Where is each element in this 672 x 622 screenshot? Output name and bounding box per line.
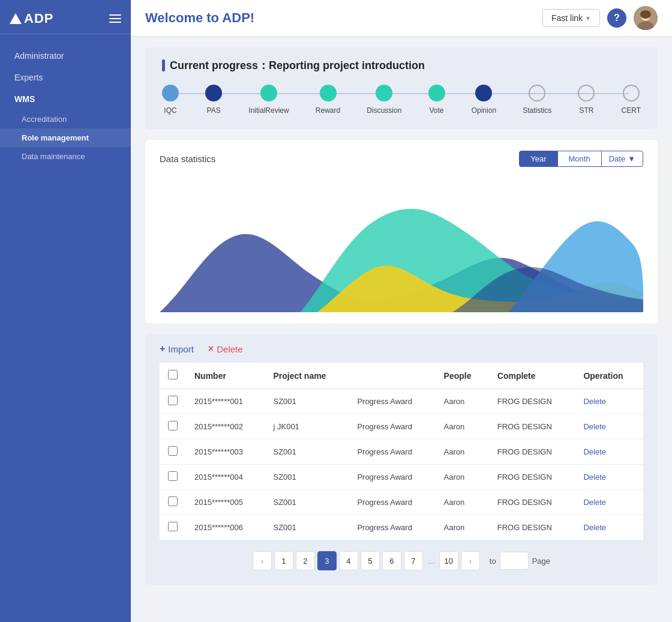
step-vote: Vote [428, 85, 445, 115]
cell-proj-code-2: SZ001 [265, 439, 349, 465]
cell-people-4: Aaron [436, 490, 489, 515]
step-discussion: Discussion [367, 85, 401, 115]
logo: ADP [10, 11, 53, 26]
filter-year-button[interactable]: Year [519, 151, 557, 167]
next-page-button[interactable]: › [461, 551, 480, 570]
cell-proj-name-5: Progress Award [349, 515, 435, 540]
svg-point-3 [640, 10, 651, 19]
cell-complete-2: FROG DESIGN [489, 439, 575, 465]
page-btn-1[interactable]: 1 [274, 551, 293, 570]
step-label-pas: PAS [207, 106, 221, 115]
page-btn-4[interactable]: 4 [339, 551, 358, 570]
table-row: 2015******001 SZ001 Progress Award Aaron… [160, 389, 643, 414]
import-button[interactable]: + Import [160, 343, 194, 354]
cell-people-1: Aaron [436, 414, 489, 439]
cell-number-1: 2015******002 [186, 414, 265, 439]
row-checkbox-1[interactable] [168, 421, 178, 430]
cell-people-3: Aaron [436, 465, 489, 490]
filter-date-dropdown[interactable]: Date ▼ [601, 151, 643, 167]
step-label-opinion: Opinion [472, 106, 496, 115]
cell-people-5: Aaron [436, 515, 489, 540]
page-btn-3[interactable]: 3 [317, 551, 337, 570]
row-delete-button-4[interactable]: Delete [575, 490, 643, 515]
step-label-initial-review: InitialReview [248, 106, 289, 115]
filter-month-button[interactable]: Month [558, 151, 601, 167]
step-statistics: Statistics [523, 85, 551, 115]
step-label-reward: Reward [316, 106, 340, 115]
step-label-statistics: Statistics [523, 106, 551, 115]
table-row: 2015******004 SZ001 Progress Award Aaron… [160, 465, 643, 490]
page-btn-7[interactable]: 7 [404, 551, 423, 570]
sidebar-item-administrator[interactable]: Administrator [0, 45, 131, 67]
row-delete-button-5[interactable]: Delete [575, 515, 643, 540]
page-btn-5[interactable]: 5 [361, 551, 380, 570]
step-label-vote: Vote [430, 106, 444, 115]
cell-proj-name-4: Progress Award [349, 490, 435, 515]
fast-link-button[interactable]: Fast link ▼ [542, 9, 600, 27]
sidebar-item-role-management[interactable]: Role management [0, 128, 131, 147]
chart-area [160, 174, 643, 312]
row-checkbox-2[interactable] [168, 446, 178, 456]
sidebar-item-wms[interactable]: WMS [0, 88, 131, 110]
cell-proj-name-0: Progress Award [349, 389, 435, 414]
step-dot-pas [205, 85, 222, 101]
logo-icon [10, 13, 22, 24]
step-iqc: IQC [162, 85, 179, 115]
topbar: Welcome to ADP! Fast link ▼ ? [131, 0, 672, 37]
prev-page-button[interactable]: ‹ [253, 551, 272, 570]
step-pas: PAS [205, 85, 222, 115]
row-delete-button-1[interactable]: Delete [575, 414, 643, 439]
cell-proj-code-5: SZ001 [265, 515, 349, 540]
sidebar: ADP Administrator Experts WMS Accreditat… [0, 0, 131, 622]
chevron-down-icon: ▼ [585, 15, 591, 22]
cross-icon: × [208, 343, 214, 354]
page-btn-6[interactable]: 6 [382, 551, 401, 570]
col-header-number: Number [186, 363, 265, 389]
cell-proj-code-3: SZ001 [265, 465, 349, 490]
cell-proj-code-1: j JK001 [265, 414, 349, 439]
cell-number-5: 2015******006 [186, 515, 265, 540]
step-dot-reward [320, 85, 337, 101]
step-initial-review: InitialReview [248, 85, 289, 115]
table-body: 2015******001 SZ001 Progress Award Aaron… [160, 389, 643, 540]
col-header-complete: Complete [489, 363, 575, 389]
table-header-row: Number Project name People Complete Oper… [160, 363, 643, 389]
cell-number-2: 2015******003 [186, 439, 265, 465]
page-btn-2[interactable]: 2 [296, 551, 315, 570]
step-dot-discussion [376, 85, 392, 101]
goto-input[interactable] [500, 552, 529, 570]
cell-proj-code-4: SZ001 [265, 490, 349, 515]
row-checkbox-0[interactable] [168, 396, 178, 405]
table-row: 2015******003 SZ001 Progress Award Aaron… [160, 439, 643, 465]
col-header-project-name: Project name [265, 363, 349, 389]
topbar-right: Fast link ▼ ? [542, 6, 658, 30]
chart-section: Data statistics Year Month Date ▼ [145, 140, 658, 323]
help-button[interactable]: ? [607, 8, 626, 28]
col-header-people: People [436, 363, 489, 389]
table-delete-all-button[interactable]: × Delete [208, 343, 243, 354]
pagination: ‹ 1 2 3 4 5 6 7 ... 10 › to Page [160, 540, 643, 573]
row-delete-button-3[interactable]: Delete [575, 465, 643, 490]
step-dot-str [578, 85, 595, 101]
row-checkbox-4[interactable] [168, 497, 178, 506]
step-label-discussion: Discussion [367, 106, 401, 115]
step-dot-statistics [529, 85, 545, 101]
cell-proj-name-3: Progress Award [349, 465, 435, 490]
cell-proj-code-0: SZ001 [265, 389, 349, 414]
row-checkbox-3[interactable] [168, 471, 178, 481]
row-checkbox-5[interactable] [168, 522, 178, 531]
hamburger-menu[interactable] [109, 14, 121, 23]
row-delete-button-0[interactable]: Delete [575, 389, 643, 414]
step-dot-vote [428, 85, 445, 101]
chevron-down-icon: ▼ [628, 154, 635, 163]
page-btn-10[interactable]: 10 [439, 551, 458, 570]
sidebar-nav: Administrator Experts WMS Accreditation … [0, 34, 131, 166]
row-delete-button-2[interactable]: Delete [575, 439, 643, 465]
progress-section: Current progress：Reporting project intro… [145, 47, 658, 129]
select-all-checkbox[interactable] [168, 370, 178, 379]
sidebar-item-data-maintenance[interactable]: Data maintenance [0, 147, 131, 166]
sidebar-item-experts[interactable]: Experts [0, 67, 131, 88]
cell-proj-name-1: Progress Award [349, 414, 435, 439]
table-actions: + Import × Delete [160, 343, 643, 354]
sidebar-item-accreditation[interactable]: Accreditation [0, 110, 131, 128]
